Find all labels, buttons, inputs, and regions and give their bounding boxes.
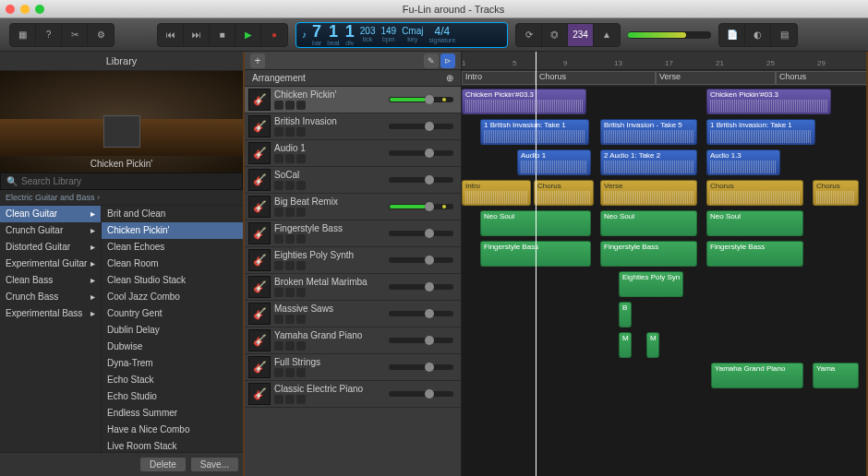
solo-button[interactable] — [285, 101, 295, 110]
search-library[interactable]: 🔍 — [0, 173, 243, 190]
record-button[interactable]: ● — [261, 24, 287, 46]
metronome-icon[interactable]: ▲ — [594, 24, 620, 46]
library-toggle-icon[interactable]: ▦ — [10, 24, 36, 46]
category-item[interactable]: Distorted Guitar▸ — [0, 239, 101, 256]
solo-button[interactable] — [285, 315, 295, 324]
track-header[interactable]: 🎸Big Beat Remix — [245, 194, 461, 220]
track-header[interactable]: 🎸Yamaha Grand Piano — [245, 327, 461, 354]
track-header[interactable]: 🎸Chicken Pickin' — [245, 87, 461, 113]
delete-button[interactable]: Delete — [139, 457, 187, 472]
mute-button[interactable] — [274, 234, 283, 244]
solo-button[interactable] — [285, 181, 295, 190]
volume-fader[interactable] — [389, 231, 453, 236]
cycle-button[interactable]: ⟳ — [516, 24, 542, 46]
patch-item[interactable]: Chicken Pickin' — [102, 222, 243, 239]
solo-button[interactable] — [285, 368, 295, 377]
track-header[interactable]: 🎸Broken Metal Marimba — [245, 274, 461, 301]
patch-item[interactable]: Brit and Clean — [102, 206, 243, 222]
region[interactable]: Yama — [813, 363, 859, 388]
loop-browser-icon[interactable]: ◐ — [745, 24, 771, 46]
catch-playhead[interactable]: ⊳ — [440, 54, 455, 68]
count-in-button[interactable]: 234 — [568, 24, 594, 46]
lock-button[interactable] — [296, 395, 306, 404]
lock-button[interactable] — [296, 181, 306, 190]
playhead[interactable] — [536, 52, 536, 476]
region[interactable]: Intro — [462, 180, 531, 206]
arrangement-marker[interactable]: Intro — [462, 71, 536, 85]
region[interactable]: 1 British Invasion: Take 1 — [706, 119, 815, 145]
region[interactable]: British Invasion - Take 5 — [600, 119, 697, 145]
stop-button[interactable]: ■ — [210, 24, 235, 46]
lock-button[interactable] — [296, 208, 306, 217]
region[interactable]: M — [646, 332, 659, 358]
volume-fader[interactable] — [389, 177, 453, 183]
solo-button[interactable] — [285, 341, 295, 351]
lock-button[interactable] — [296, 101, 306, 110]
region[interactable]: Fingerstyle Bass — [600, 241, 697, 267]
patch-item[interactable]: Live Room Stack — [102, 438, 243, 452]
edit-tools-icon[interactable]: ✂ — [62, 24, 88, 46]
solo-button[interactable] — [285, 154, 295, 163]
region[interactable]: Verse — [600, 180, 697, 206]
arrangement-marker[interactable]: Verse — [656, 71, 776, 85]
mute-button[interactable] — [274, 395, 283, 404]
patch-item[interactable]: Clean Room — [102, 256, 243, 272]
mute-button[interactable] — [274, 288, 283, 297]
lock-button[interactable] — [296, 234, 306, 244]
mute-button[interactable] — [274, 261, 283, 270]
save-button[interactable]: Save... — [190, 457, 239, 472]
lock-button[interactable] — [296, 288, 306, 297]
close-icon[interactable] — [6, 5, 15, 14]
mute-button[interactable] — [274, 341, 283, 351]
lock-button[interactable] — [296, 127, 306, 137]
track-header[interactable]: 🎸Eighties Poly Synth — [245, 247, 461, 274]
track-header[interactable]: 🎸Audio 1 — [245, 140, 461, 167]
solo-button[interactable] — [285, 234, 295, 244]
patch-item[interactable]: Have a Nice Combo — [102, 422, 243, 438]
media-browser-icon[interactable]: ▤ — [771, 24, 797, 46]
rewind-button[interactable]: ⏮ — [158, 24, 184, 46]
category-item[interactable]: Experimental Bass▸ — [0, 305, 101, 322]
region[interactable]: B — [619, 302, 632, 327]
patch-item[interactable]: Dyna-Trem — [102, 355, 243, 372]
arrangement-track[interactable]: IntroChorusVerseChorus — [462, 70, 866, 87]
volume-fader[interactable] — [389, 97, 453, 102]
region[interactable]: Chicken Pickin'#03.3 — [706, 89, 831, 114]
track-header[interactable]: 🎸Massive Saws — [245, 301, 461, 327]
region[interactable]: Neo Soul — [706, 210, 803, 236]
solo-button[interactable] — [285, 288, 295, 297]
add-marker-icon[interactable]: ⊕ — [446, 73, 453, 83]
mute-button[interactable] — [274, 315, 283, 324]
lcd-display[interactable]: ♪ 7bar 1beat 1div 203tick 149bpm Cmajkey… — [295, 22, 508, 48]
patch-item[interactable]: Endless Summer — [102, 405, 243, 422]
help-icon[interactable]: ? — [36, 24, 62, 46]
track-header[interactable]: 🎸Full Strings — [245, 354, 461, 381]
breadcrumb[interactable]: Electric Guitar and Bass › — [0, 190, 243, 206]
patch-item[interactable]: Clean Studio Stack — [102, 272, 243, 289]
category-item[interactable]: Experimental Guitar▸ — [0, 256, 101, 272]
volume-fader[interactable] — [389, 257, 453, 263]
solo-button[interactable] — [285, 395, 295, 404]
region[interactable]: Audio 1 — [517, 149, 591, 175]
mute-button[interactable] — [274, 208, 283, 217]
lock-button[interactable] — [296, 341, 306, 351]
category-item[interactable]: Clean Bass▸ — [0, 272, 101, 289]
region[interactable]: Chorus — [706, 180, 803, 206]
region[interactable]: 2 Audio 1: Take 2 — [600, 149, 697, 175]
patch-item[interactable]: Clean Echoes — [102, 239, 243, 256]
region[interactable]: Chorus — [534, 180, 594, 206]
add-track-button[interactable]: + — [250, 54, 265, 68]
lock-button[interactable] — [296, 315, 306, 324]
volume-fader[interactable] — [389, 364, 453, 370]
region[interactable]: Fingerstyle Bass — [706, 241, 803, 267]
category-item[interactable]: Clean Guitar▸ — [0, 206, 101, 222]
lock-button[interactable] — [296, 368, 306, 377]
automation-toggle[interactable]: ✎ — [424, 54, 439, 68]
arrangement-marker[interactable]: Chorus — [776, 71, 868, 85]
mute-button[interactable] — [274, 127, 283, 137]
patch-item[interactable]: Echo Stack — [102, 372, 243, 388]
region-lanes[interactable]: Chicken Pickin'#03.3Chicken Pickin'#03.3… — [462, 87, 866, 476]
volume-fader[interactable] — [389, 391, 453, 397]
notepad-icon[interactable]: 📄 — [719, 24, 745, 46]
solo-button[interactable] — [285, 208, 295, 217]
